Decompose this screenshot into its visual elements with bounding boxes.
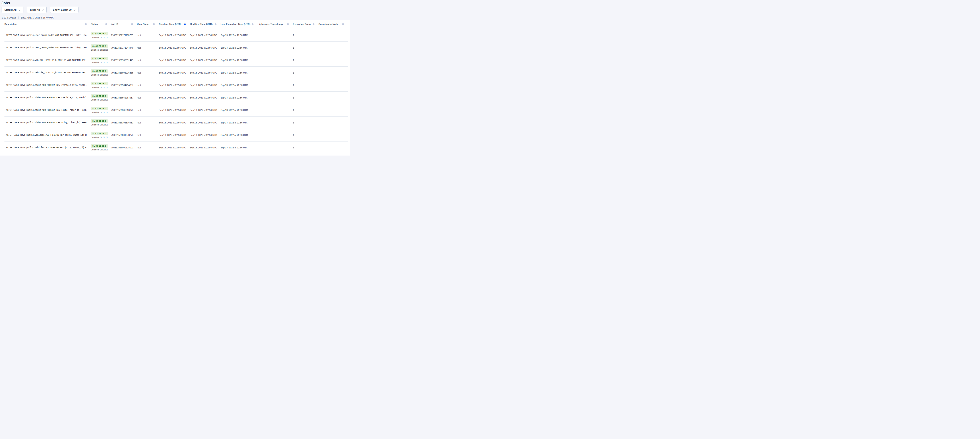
execution-count-cell: 1 bbox=[293, 116, 318, 129]
job-id-cell: 796391566906916865 bbox=[111, 67, 137, 79]
job-description-cell[interactable]: ALTER TABLE movr.public.user_promo_codes… bbox=[5, 29, 91, 41]
creation-time-cell: Sep 13, 2022 at 22:56 UTC bbox=[159, 41, 190, 54]
status-badge: SUCCEEDED bbox=[91, 144, 108, 148]
last-execution-time-cell: Sep 13, 2022 at 22:56 UTC bbox=[221, 129, 258, 141]
sort-up-icon bbox=[252, 23, 254, 24]
column-header-job-id[interactable]: Job ID bbox=[111, 20, 137, 29]
high-water-timestamp-cell bbox=[258, 79, 293, 91]
job-description-cell[interactable]: ALTER TABLE movr.public.rides ADD FOREIG… bbox=[5, 104, 91, 116]
jobs-table-card: Description Status Job ID User Name bbox=[0, 20, 350, 155]
sort-arrows-icon bbox=[184, 23, 186, 25]
column-label: Status bbox=[91, 22, 98, 27]
job-status-cell: SUCCEEDED Duration: 00:00:00 bbox=[91, 116, 111, 129]
job-description-cell[interactable]: ALTER TABLE movr.public.vehicles ADD FOR… bbox=[5, 141, 91, 154]
column-header-user-name[interactable]: User Name bbox=[137, 20, 159, 29]
last-execution-time-cell: Sep 13, 2022 at 22:56 UTC bbox=[221, 104, 258, 116]
status-badge: SUCCEEDED bbox=[91, 132, 108, 135]
column-label: Creation Time (UTC) bbox=[159, 22, 181, 27]
job-description-cell[interactable]: ALTER TABLE movr.public.user_promo_codes… bbox=[5, 41, 91, 54]
job-description-cell[interactable]: ALTER TABLE movr.public.rides ADD FOREIG… bbox=[5, 91, 91, 104]
status-badge: SUCCEEDED bbox=[91, 44, 108, 48]
user-name-cell: root bbox=[137, 129, 159, 141]
modified-time-cell: Sep 13, 2022 at 22:56 UTC bbox=[190, 67, 221, 79]
column-header-high-water-timestamp[interactable]: High-water Timestamp bbox=[258, 20, 293, 29]
status-filter-label: Status: All bbox=[5, 8, 16, 11]
status-badge: SUCCEEDED bbox=[91, 57, 108, 60]
sort-up-icon bbox=[131, 23, 133, 24]
execution-count-cell: 1 bbox=[293, 67, 318, 79]
filters-bar: Status: All Type: All Show: Latest 50 bbox=[2, 7, 350, 13]
column-header-creation-time[interactable]: Creation Time (UTC) bbox=[159, 20, 190, 29]
sort-down-icon bbox=[131, 24, 133, 25]
user-name-cell: root bbox=[137, 91, 159, 104]
sort-arrows-icon bbox=[215, 23, 216, 25]
creation-time-cell: Sep 13, 2022 at 22:56 UTC bbox=[159, 141, 190, 154]
user-name-cell: root bbox=[137, 67, 159, 79]
chevron-down-icon bbox=[19, 8, 21, 11]
column-header-execution-count[interactable]: Execution Count bbox=[293, 20, 318, 29]
job-description-cell[interactable]: ALTER TABLE movr.public.rides ADD FOREIG… bbox=[5, 116, 91, 129]
column-label: High-water Timestamp bbox=[258, 22, 283, 27]
job-status-cell: SUCCEEDED Duration: 00:00:00 bbox=[91, 141, 111, 154]
user-name-cell: root bbox=[137, 116, 159, 129]
status-badge: SUCCEEDED bbox=[91, 82, 108, 86]
high-water-timestamp-cell bbox=[258, 141, 293, 154]
column-label: Job ID bbox=[111, 22, 118, 27]
modified-time-cell: Sep 13, 2022 at 22:56 UTC bbox=[190, 54, 221, 67]
duration-label: Duration: 00:00:00 bbox=[91, 49, 108, 51]
execution-count-cell: 1 bbox=[293, 104, 318, 116]
creation-time-cell: Sep 13, 2022 at 22:56 UTC bbox=[159, 116, 190, 129]
high-water-timestamp-cell bbox=[258, 91, 293, 104]
sort-up-icon bbox=[85, 23, 87, 24]
job-status-cell: SUCCEEDED Duration: 00:00:00 bbox=[91, 29, 111, 41]
column-label: User Name bbox=[137, 22, 149, 27]
modified-time-cell: Sep 13, 2022 at 22:56 UTC bbox=[190, 41, 221, 54]
execution-count-cell: 1 bbox=[293, 79, 318, 91]
sort-down-icon bbox=[252, 24, 254, 25]
high-water-timestamp-cell bbox=[258, 116, 293, 129]
status-filter-dropdown[interactable]: Status: All bbox=[2, 7, 24, 13]
table-row: ALTER TABLE movr.public.user_promo_codes… bbox=[5, 41, 348, 54]
job-status-cell: SUCCEEDED Duration: 00:00:00 bbox=[91, 67, 111, 79]
job-status-cell: SUCCEEDED Duration: 00:00:00 bbox=[91, 129, 111, 141]
table-row: ALTER TABLE movr.public.vehicles ADD FOR… bbox=[5, 129, 348, 141]
sort-up-icon bbox=[287, 23, 289, 24]
high-water-timestamp-cell bbox=[258, 29, 293, 41]
sort-up-icon bbox=[184, 23, 186, 24]
sort-up-icon bbox=[105, 23, 107, 24]
type-filter-dropdown[interactable]: Type: All bbox=[27, 7, 47, 13]
sort-up-icon bbox=[342, 23, 344, 24]
execution-count-cell: 1 bbox=[293, 54, 318, 67]
coordinator-node-cell bbox=[318, 41, 348, 54]
job-description-cell[interactable]: ALTER TABLE movr.public.vehicle_location… bbox=[5, 67, 91, 79]
table-row: ALTER TABLE movr.public.vehicles ADD FOR… bbox=[5, 141, 348, 154]
column-header-last-execution-time[interactable]: Last Execution Time (UTC) bbox=[221, 20, 258, 29]
modified-time-cell: Sep 13, 2022 at 22:56 UTC bbox=[190, 79, 221, 91]
job-id-cell: 796391566908391425 bbox=[111, 54, 137, 67]
last-execution-time-cell: Sep 13, 2022 at 22:56 UTC bbox=[221, 79, 258, 91]
high-water-timestamp-cell bbox=[258, 129, 293, 141]
page-title: Jobs bbox=[2, 1, 350, 5]
column-header-modified-time[interactable]: Modified Time (UTC) bbox=[190, 20, 221, 29]
job-description-cell[interactable]: ALTER TABLE movr.public.vehicles ADD FOR… bbox=[5, 129, 91, 141]
job-description-cell[interactable]: ALTER TABLE movr.public.rides ADD FOREIG… bbox=[5, 79, 91, 91]
job-id-cell: 796391566305820673 bbox=[111, 104, 137, 116]
show-filter-dropdown[interactable]: Show: Latest 50 bbox=[50, 7, 78, 13]
job-id-cell: 796391566562983937 bbox=[111, 91, 137, 104]
execution-count-cell: 1 bbox=[293, 41, 318, 54]
creation-time-cell: Sep 13, 2022 at 22:56 UTC bbox=[159, 54, 190, 67]
job-id-cell: 796391566000128001 bbox=[111, 141, 137, 154]
user-name-cell: root bbox=[137, 79, 159, 91]
coordinator-node-cell bbox=[318, 67, 348, 79]
summary-divider bbox=[18, 16, 19, 19]
column-header-description[interactable]: Description bbox=[5, 20, 91, 29]
modified-time-cell: Sep 13, 2022 at 22:56 UTC bbox=[190, 91, 221, 104]
modified-time-cell: Sep 13, 2022 at 22:56 UTC bbox=[190, 129, 221, 141]
column-header-status[interactable]: Status bbox=[91, 20, 111, 29]
last-execution-time-cell: Sep 13, 2022 at 22:56 UTC bbox=[221, 141, 258, 154]
job-description-cell[interactable]: ALTER TABLE movr.public.vehicle_location… bbox=[5, 54, 91, 67]
column-header-coordinator-node[interactable]: Coordinator Node bbox=[318, 20, 348, 29]
duration-label: Duration: 00:00:00 bbox=[91, 136, 108, 138]
last-execution-time-cell: Sep 13, 2022 at 22:56 UTC bbox=[221, 29, 258, 41]
high-water-timestamp-cell bbox=[258, 104, 293, 116]
